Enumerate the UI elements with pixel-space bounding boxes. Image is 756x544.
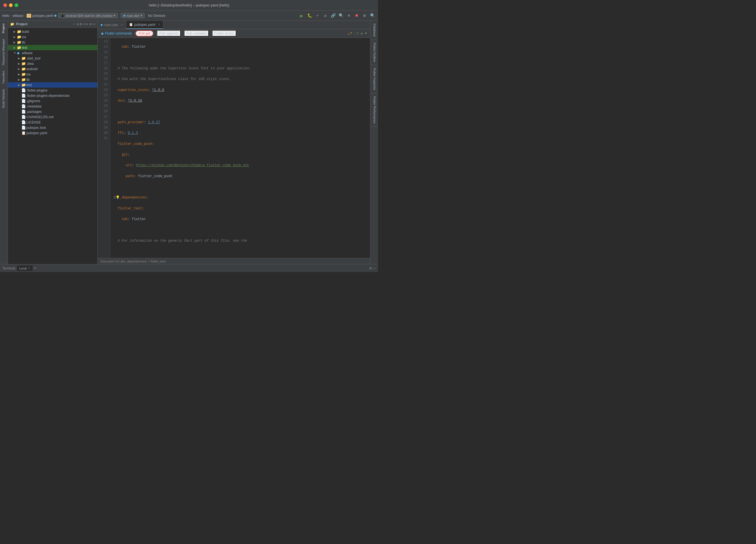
locate-file-icon[interactable]: ◎ bbox=[77, 22, 79, 26]
tree-arrow: ▶ bbox=[13, 46, 17, 49]
file-tree: ▶ 📁 build ▶ 📁 ios ▶ 📁 lib ▶ bbox=[8, 28, 97, 264]
tree-item-lib-nested[interactable]: ▶ 📁 lib bbox=[8, 77, 97, 82]
pub-upgrade-button[interactable]: Pub upgrade bbox=[157, 30, 181, 36]
tree-item-pubspec-lock[interactable]: ▶ 📄 pubspec.lock bbox=[8, 125, 97, 130]
tree-label: lib bbox=[26, 78, 96, 82]
collapse-warnings-icon[interactable]: ▼ bbox=[365, 32, 367, 35]
run-button[interactable]: ▶ bbox=[298, 12, 305, 19]
tab-flutter-inspector[interactable]: Flutter Inspector bbox=[370, 65, 378, 93]
code-line-29: sdk: flutter bbox=[114, 217, 367, 222]
code-line-22: flutter_code_push: bbox=[114, 141, 367, 147]
tree-item-changelog[interactable]: ▶ 📄 CHANGELOG.md bbox=[8, 114, 97, 120]
tree-item-metadata[interactable]: ▶ 📄 .metadata bbox=[8, 104, 97, 109]
tab-flutter-performance[interactable]: Flutter Performance bbox=[370, 93, 378, 127]
tree-label: .metadata bbox=[26, 104, 96, 108]
tree-item-gitignore[interactable]: ▶ 📄 .gitignore bbox=[8, 98, 97, 104]
horizontal-scroll-icon[interactable]: ⟺ bbox=[83, 22, 88, 26]
editor-status-text: Document 1/1 dev_dependencies: > flutter… bbox=[100, 260, 166, 263]
tree-item-build[interactable]: ▶ 📁 build bbox=[8, 29, 97, 34]
hot-restart-button[interactable]: ↺ bbox=[322, 12, 329, 19]
breadcrumb-wtbase[interactable]: wtbase bbox=[13, 14, 23, 18]
check-icon: ✓ bbox=[354, 32, 356, 35]
tree-label: ios bbox=[22, 35, 96, 39]
tree-item-pubspec-yaml[interactable]: ▶ 📋 pubspec.yaml bbox=[8, 130, 97, 136]
tree-item-wtbase[interactable]: ▼ ◆ wtbase bbox=[8, 50, 97, 56]
expand-warnings-icon[interactable]: ▲ bbox=[361, 32, 363, 35]
close-pubspec-yaml[interactable]: ✕ bbox=[158, 23, 160, 26]
tree-item-test-nested[interactable]: ▶ 📁 test bbox=[8, 82, 97, 88]
maximize-button[interactable] bbox=[15, 3, 18, 7]
debug-button[interactable]: 🐛 bbox=[306, 12, 313, 19]
tree-item-lib-root[interactable]: ▶ 📁 lib bbox=[8, 40, 97, 45]
pub-outdated-button[interactable]: Pub outdated bbox=[184, 30, 209, 36]
check-count: 3 bbox=[357, 32, 359, 35]
tab-main-dart[interactable]: ◆ main.dart ✕ bbox=[98, 21, 126, 29]
tab-favorites[interactable]: Favorites bbox=[0, 68, 8, 86]
close-local-tab[interactable]: ✕ bbox=[28, 266, 30, 270]
breadcrumb-hello[interactable]: hello bbox=[2, 14, 9, 18]
flutter-doctor-button[interactable]: Flutter doctor bbox=[212, 30, 237, 36]
search-button[interactable]: 🔍 bbox=[369, 12, 376, 19]
stop-button[interactable]: ■ bbox=[353, 12, 360, 19]
tab-main-dart-label: main.dart bbox=[104, 23, 118, 27]
tab-resource-manager[interactable]: Resource Manager bbox=[0, 36, 8, 68]
tree-arrow: ▶ bbox=[18, 57, 21, 60]
flutter-commands-bar: ◆ Flutter commands Pub get Pub upgrade P… bbox=[98, 29, 370, 38]
settings-button[interactable]: ⚙ bbox=[361, 12, 368, 19]
tab-project[interactable]: Project bbox=[0, 21, 8, 36]
tree-item-test-root[interactable]: ▶ 📁 test bbox=[8, 45, 97, 50]
file-icon: 📄 bbox=[21, 88, 26, 92]
tab-build-variants[interactable]: Build Variants bbox=[0, 86, 8, 111]
close-main-dart[interactable]: ✕ bbox=[121, 23, 123, 27]
settings-panel-icon[interactable]: ⚙ bbox=[90, 22, 92, 26]
tree-item-idea[interactable]: ▶ 📁 .idea bbox=[8, 61, 97, 66]
tree-item-ios-nested[interactable]: ▶ 📁 ios bbox=[8, 72, 97, 77]
breadcrumb-file[interactable]: pubspec.yaml bbox=[32, 14, 53, 18]
warning-count: 7 bbox=[350, 32, 352, 35]
tree-arrow: ▶ bbox=[13, 35, 17, 38]
tree-item-android[interactable]: ▶ 📁 android bbox=[8, 66, 97, 72]
close-button[interactable] bbox=[3, 3, 7, 7]
terminal-toolbar: ⚙ — bbox=[369, 266, 376, 271]
attach-button[interactable]: 🔗 bbox=[330, 12, 336, 19]
collapse-all-icon[interactable]: ⊞ bbox=[80, 22, 82, 26]
folder-icon: 📁 bbox=[17, 35, 22, 39]
terminal-tabs: Terminal: Local ✕ + ⚙ — bbox=[0, 264, 378, 272]
terminal-close-icon[interactable]: — bbox=[374, 266, 376, 271]
hide-panel-icon[interactable]: ✕ bbox=[93, 22, 95, 26]
tab-database[interactable]: Database bbox=[370, 21, 378, 40]
tree-item-flutter-plugins-dep[interactable]: ▶ 📄 .flutter-plugins-dependencies bbox=[8, 93, 97, 98]
tree-label: LICENSE bbox=[26, 120, 96, 124]
code-line-23: git: bbox=[114, 152, 367, 157]
terminal-settings-icon[interactable]: ⚙ bbox=[369, 266, 372, 271]
tab-local[interactable]: Local ✕ bbox=[17, 266, 33, 271]
code-line-16: # Use with the CupertinoIcons class for … bbox=[114, 77, 367, 82]
tree-item-ios-root[interactable]: ▶ 📁 ios bbox=[8, 34, 97, 40]
tree-arrow: ▶ bbox=[18, 78, 21, 81]
coverage-button[interactable]: ≡ bbox=[345, 12, 352, 19]
panel-toolbar: ◎ ⊞ ⟺ ⚙ ✕ bbox=[77, 22, 95, 26]
device-selector[interactable]: 📱 Android SDK built for x86 (mobile) ▾ bbox=[58, 13, 118, 18]
file-icon: 📄 bbox=[21, 104, 26, 108]
minimize-button[interactable] bbox=[9, 3, 13, 7]
file-icon: 📄 bbox=[21, 125, 26, 130]
flutter-inspector-button[interactable]: 🔍 bbox=[338, 12, 344, 19]
window-controls bbox=[3, 3, 18, 7]
main-area: Project Resource Manager Favorites Build… bbox=[0, 21, 378, 264]
code-line-31: # For information on the generic Dart pa… bbox=[114, 238, 367, 244]
tree-item-license[interactable]: ▶ 📄 LICENSE bbox=[8, 120, 97, 125]
tree-label: build bbox=[22, 30, 96, 34]
tree-item-flutter-plugins[interactable]: ▶ 📄 .flutter-plugins bbox=[8, 88, 97, 93]
tab-pubspec-label: pubspec.yaml bbox=[134, 23, 155, 27]
run-config-selector[interactable]: ◆ main.dart ▾ bbox=[121, 13, 145, 18]
tab-flutter-outline[interactable]: Flutter Outline bbox=[370, 40, 378, 65]
code-content[interactable]: sdk: flutter # The following adds the Cu… bbox=[110, 38, 370, 258]
hot-reload-button[interactable]: ⚡ bbox=[314, 12, 321, 19]
tree-item-packages[interactable]: ▶ 📄 .packages bbox=[8, 109, 97, 114]
panel-title: Project bbox=[16, 22, 72, 26]
tree-item-dart-tool[interactable]: ▶ 📁 .dart_tool bbox=[8, 56, 97, 61]
add-terminal-button[interactable]: + bbox=[34, 266, 36, 271]
pub-get-button[interactable]: Pub get bbox=[135, 30, 154, 36]
tree-arrow: ▼ bbox=[13, 51, 17, 54]
tab-pubspec-yaml[interactable]: 📋 pubspec.yaml ✕ bbox=[126, 21, 163, 29]
